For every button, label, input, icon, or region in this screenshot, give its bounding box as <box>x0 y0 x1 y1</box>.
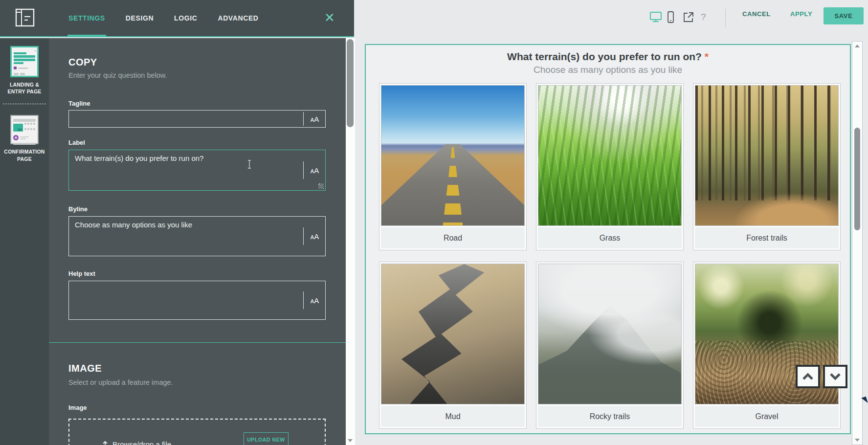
desktop-preview-icon[interactable] <box>649 11 662 25</box>
option-label: Grass <box>538 227 682 248</box>
copy-section-description: Enter your quiz question below. <box>68 71 167 79</box>
scroll-down-button[interactable] <box>823 365 847 388</box>
text-cursor-ibeam <box>246 159 252 171</box>
option-label: Gravel <box>695 406 839 427</box>
close-icon[interactable]: ✕ <box>321 9 338 26</box>
section-divider <box>49 342 346 343</box>
mud-photo <box>381 264 525 404</box>
help-icon[interactable]: ? <box>701 12 706 22</box>
image-field-label: Image <box>68 404 87 411</box>
tab-design[interactable]: DESIGN <box>126 0 154 36</box>
quiz-builder-app: SETTINGS DESIGN LOGIC ADVANCED ✕ <box>0 0 868 445</box>
landing-page-thumbnail <box>10 46 39 77</box>
forest-trails-photo <box>695 85 839 226</box>
question-title: What terrain(s) do you prefer to run on?… <box>366 51 850 63</box>
page-rail: LANDING & ENTRY PAGE <box>0 38 49 445</box>
textarea-resize-handle[interactable] <box>318 183 324 189</box>
option-tile-gravel[interactable]: Gravel <box>693 262 841 429</box>
tagline-label: Tagline <box>68 100 90 107</box>
tab-logic[interactable]: LOGIC <box>174 0 197 36</box>
image-section-title: IMAGE <box>68 363 102 374</box>
upload-arrow-icon <box>102 441 109 445</box>
upload-new-button[interactable]: UPLOAD NEW <box>244 432 289 445</box>
chevron-down-icon <box>829 372 842 381</box>
open-external-icon[interactable] <box>683 11 694 25</box>
scroll-down-arrow-icon[interactable] <box>348 439 353 442</box>
app-logo[interactable] <box>14 7 36 28</box>
options-grid: Road Grass Forest trails <box>379 83 841 429</box>
tab-settings[interactable]: SETTINGS <box>68 0 105 36</box>
tab-advanced[interactable]: ADVANCED <box>218 0 258 36</box>
panel-scrollbar-thumb[interactable] <box>347 39 354 127</box>
question-byline: Choose as many options as you like <box>366 65 850 75</box>
font-size-icon[interactable]: ᴀA <box>303 291 326 309</box>
byline-label: Byline <box>68 205 88 213</box>
preview-scrollbar-thumb[interactable] <box>854 128 860 230</box>
option-label: Rocky trails <box>538 406 682 427</box>
apply-button[interactable]: APPLY <box>787 10 815 18</box>
preview-area: ? CANCEL APPLY SAVE What terrain(s) do y… <box>355 0 868 445</box>
save-button[interactable]: SAVE <box>823 7 864 24</box>
option-tile-grass[interactable]: Grass <box>536 83 684 250</box>
option-tile-forest-trails[interactable]: Forest trails <box>693 83 841 250</box>
tagline-input[interactable] <box>68 110 326 128</box>
panel-scrollbar[interactable] <box>346 38 355 445</box>
option-tile-road[interactable]: Road <box>379 83 527 250</box>
font-size-icon[interactable]: ᴀA <box>303 112 326 126</box>
option-label: Mud <box>381 406 525 427</box>
chevron-up-icon <box>801 372 814 381</box>
option-label: Road <box>381 227 525 248</box>
rocky-trails-photo <box>538 264 682 404</box>
preview-scrollbar[interactable] <box>852 41 863 445</box>
toolbar-divider <box>725 9 726 27</box>
font-size-icon[interactable]: ᴀA <box>303 161 326 179</box>
scroll-up-arrow-icon[interactable] <box>855 44 860 47</box>
confirmation-page-thumbnail <box>10 115 39 144</box>
cancel-button[interactable]: CANCEL <box>739 10 774 18</box>
option-tile-mud[interactable]: Mud <box>379 262 527 429</box>
option-label: Forest trails <box>695 227 839 248</box>
label-textarea[interactable]: What terrain(s) do you prefer to run on? <box>68 150 326 191</box>
copy-section-title: COPY <box>68 57 97 68</box>
label-label: Label <box>68 139 85 146</box>
help-text-textarea[interactable] <box>68 281 326 320</box>
question-card: What terrain(s) do you prefer to run on?… <box>365 44 851 434</box>
rail-item-confirmation-page[interactable]: CONFIRMATION PAGE <box>0 104 49 162</box>
option-tile-rocky-trails[interactable]: Rocky trails <box>536 262 684 429</box>
panel-header: SETTINGS DESIGN LOGIC ADVANCED ✕ <box>0 0 354 37</box>
font-size-icon[interactable]: ᴀA <box>303 227 326 245</box>
rail-item-label: CONFIRMATION PAGE <box>0 148 49 162</box>
scroll-down-arrow-icon[interactable] <box>855 439 860 442</box>
mobile-preview-icon[interactable] <box>667 11 674 25</box>
help-text-label: Help text <box>68 270 95 277</box>
dropzone-hint: Browse/drop a file <box>102 440 171 445</box>
grass-photo <box>538 85 682 226</box>
rail-item-landing-entry-page[interactable]: LANDING & ENTRY PAGE <box>0 38 49 95</box>
rail-item-label: LANDING & ENTRY PAGE <box>0 81 49 95</box>
settings-panel: COPY Enter your quiz question below. Tag… <box>49 38 346 445</box>
image-section-description: Select or upload a feature image. <box>68 378 173 386</box>
required-marker: * <box>705 51 709 62</box>
form-builder-logo-icon <box>15 8 35 27</box>
scroll-up-button[interactable] <box>796 365 820 388</box>
byline-textarea[interactable]: Choose as many options as you like <box>68 216 326 256</box>
panel-tabs: SETTINGS DESIGN LOGIC ADVANCED <box>68 0 259 36</box>
image-dropzone[interactable]: Browse/drop a file UPLOAD NEW <box>68 419 326 445</box>
road-photo <box>381 85 525 226</box>
